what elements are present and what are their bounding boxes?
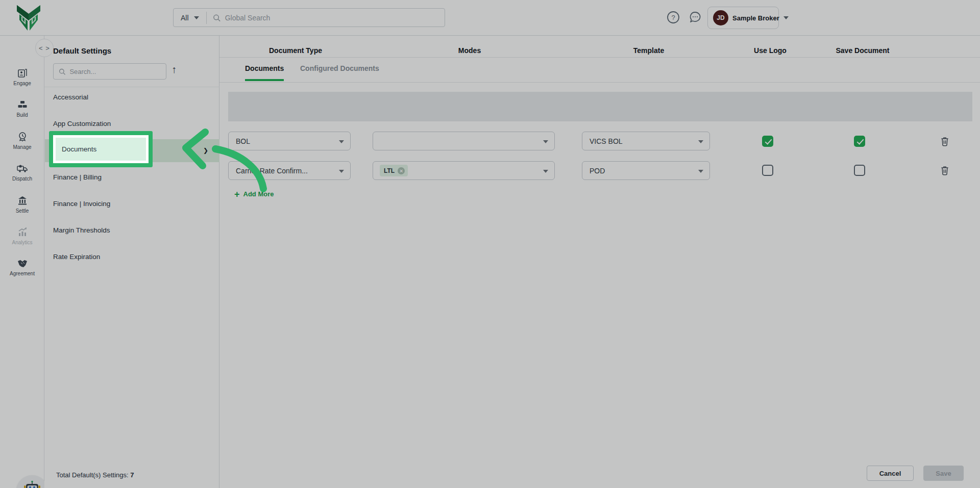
- tour-highlight-label: Documents: [56, 138, 146, 161]
- tour-highlight-box: Documents: [49, 131, 153, 167]
- tour-dim-overlay: [0, 0, 980, 488]
- app-root: All ? JD Sample Broker: [0, 0, 980, 488]
